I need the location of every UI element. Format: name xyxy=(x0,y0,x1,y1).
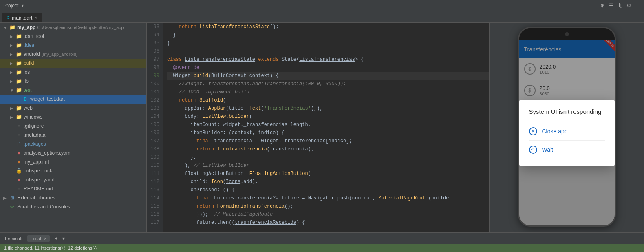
sidebar: ▼ 📁 my_app C:\Users\jheimison\Desktop\Fl… xyxy=(0,23,147,232)
sidebar-item-myapp-iml[interactable]: ■ my_app.iml xyxy=(0,157,146,166)
dialog-title: System UI isn't responding xyxy=(529,108,605,115)
phone-mockup: DEBUG Transferências $ 2020.0 1010 xyxy=(518,27,616,227)
item-label: windows xyxy=(24,114,42,120)
arrow-icon: ▶ xyxy=(10,106,15,111)
tab-main-dart[interactable]: D main.dart × xyxy=(2,13,42,22)
item-sublabel: [my_app_android] xyxy=(42,52,77,57)
terminal-label: Terminal: xyxy=(4,236,22,241)
project-dropdown-icon[interactable]: ▾ xyxy=(22,3,24,8)
editor-area: 93 94 95 96 97 98 99 100 101 102 103 104… xyxy=(147,23,489,232)
code-line-107: final transferencia = widget._transferen… xyxy=(167,137,489,145)
arrow-icon: ▼ xyxy=(10,88,15,93)
phone-screen: DEBUG Transferências $ 2020.0 1010 xyxy=(519,40,615,225)
top-bar-icons: ⊕ ☰ ⇅ ⚙ — xyxy=(600,2,641,9)
sidebar-item-lib[interactable]: ▶ 📁 lib xyxy=(0,77,146,86)
file-icon: ≡ xyxy=(15,132,22,138)
right-panel: DEBUG Transferências $ 2020.0 1010 xyxy=(489,23,644,232)
sidebar-item-windows[interactable]: ▶ 📁 windows xyxy=(0,113,146,122)
sidebar-item-dart-tool[interactable]: ▶ 📁 .dart_tool xyxy=(0,32,146,41)
code-line-100: //widget._transferencias.add(Transferenc… xyxy=(167,80,489,88)
status-text: 1 file changed, 11 insertions(+), 12 del… xyxy=(4,245,97,250)
minimize-icon[interactable]: — xyxy=(635,2,641,9)
folder-icon: 📁 xyxy=(15,42,22,49)
settings-icon[interactable]: ⚙ xyxy=(626,2,631,9)
item-label: ios xyxy=(24,69,30,75)
sidebar-item-idea[interactable]: ▶ 📁 .idea xyxy=(0,41,146,50)
item-label: Scratches and Consoles xyxy=(17,204,70,210)
phone-notch xyxy=(519,28,615,40)
dialog-wait-option[interactable]: ⏱ Wait xyxy=(529,141,605,158)
pkg-file-icon: P xyxy=(15,141,22,147)
code-line-101: // TODO: implement build xyxy=(167,88,489,96)
code-line-95: } xyxy=(167,39,489,47)
item-label: my_app.iml xyxy=(24,159,49,165)
sidebar-item-readme[interactable]: ≡ README.md xyxy=(0,184,146,193)
sidebar-item-my-app[interactable]: ▼ 📁 my_app C:\Users\jheimison\Desktop\Fl… xyxy=(0,23,146,32)
item-label: .metadata xyxy=(24,132,45,138)
lock-file-icon: 🔒 xyxy=(15,168,22,174)
local-tab[interactable]: Local × xyxy=(27,235,50,242)
item-label: pubspec.lock xyxy=(24,168,52,174)
item-sublabel: C:\Users\jheimison\Desktop\Flutter\my_ap… xyxy=(37,25,124,30)
code-line-103: appBar: AppBar(title: Text('Transferênci… xyxy=(167,104,489,113)
add-to-favorites-icon[interactable]: ⊕ xyxy=(600,2,605,9)
sidebar-item-pubspec-lock[interactable]: 🔒 pubspec.lock xyxy=(0,166,146,175)
item-label: my_app xyxy=(17,24,35,30)
code-line-106: itemBuilder: (context, indice) { xyxy=(167,129,489,137)
arrow-icon: ▶ xyxy=(10,43,15,48)
sort-icon[interactable]: ⇅ xyxy=(618,2,622,9)
sidebar-item-web[interactable]: ▶ 📁 web xyxy=(0,104,146,113)
arrow-icon: ▶ xyxy=(10,79,15,84)
main-layout: ▼ 📁 my_app C:\Users\jheimison\Desktop\Fl… xyxy=(0,23,644,232)
sidebar-item-build[interactable]: ▶ 📁 build xyxy=(0,59,146,68)
dialog-close-app-option[interactable]: ✕ Close app xyxy=(529,123,605,139)
yaml-file-icon: ■ xyxy=(15,150,22,156)
md-file-icon: ≡ xyxy=(15,186,22,192)
code-line-96 xyxy=(167,47,489,55)
arrow-icon: ▶ xyxy=(3,196,9,200)
phone-camera xyxy=(565,32,569,36)
status-bar: 1 file changed, 11 insertions(+), 12 del… xyxy=(0,244,644,252)
arrow-icon: ▶ xyxy=(10,70,15,75)
sidebar-item-ios[interactable]: ▶ 📁 ios xyxy=(0,68,146,77)
sidebar-item-packages[interactable]: P .packages xyxy=(0,139,146,148)
sidebar-item-pubspec-yaml[interactable]: ■ pubspec.yaml xyxy=(0,175,146,184)
close-app-icon: ✕ xyxy=(529,127,537,135)
code-line-98: @override xyxy=(167,64,489,72)
folder-icon: 📁 xyxy=(15,69,22,75)
code-line-105: itemCount: widget._transferencias.length… xyxy=(167,121,489,129)
bottom-bar: Terminal: Local × + ▾ xyxy=(0,232,644,244)
folder-icon: 📁 xyxy=(15,51,22,57)
code-line-115: return FormularioTransferencia(); xyxy=(167,202,489,210)
folder-icon: 📁 xyxy=(15,87,22,93)
folder-icon: 📁 xyxy=(15,105,22,111)
code-line-97: class ListaTransferenciasState extends S… xyxy=(167,55,489,64)
code-line-110: ), // ListView.builder xyxy=(167,161,489,170)
sidebar-item-android[interactable]: ▶ 📁 android [my_app_android] xyxy=(0,50,146,59)
sidebar-item-gitignore[interactable]: ≡ .gitignore xyxy=(0,122,146,130)
terminal-chevron-icon[interactable]: ▾ xyxy=(62,236,65,241)
iml-file-icon: ■ xyxy=(15,159,22,165)
dart-file-icon: D xyxy=(22,96,29,102)
add-terminal-icon[interactable]: + xyxy=(55,236,57,241)
sidebar-item-widget-test[interactable]: D widget_test.dart xyxy=(0,95,146,104)
tab-label: main.dart xyxy=(12,15,32,21)
sidebar-item-scratches[interactable]: ✏ Scratches and Consoles xyxy=(0,202,146,211)
code-line-109: }, xyxy=(167,153,489,161)
system-dialog-overlay: System UI isn't responding ✕ Close app ⏱… xyxy=(519,40,615,225)
yaml-file-icon: ■ xyxy=(15,177,22,183)
code-editor[interactable]: return ListaTransferenciasState(); } } c… xyxy=(163,23,489,232)
sidebar-item-test[interactable]: ▼ 📁 test xyxy=(0,86,146,95)
item-label: widget_test.dart xyxy=(30,96,65,102)
sidebar-item-analysis[interactable]: ■ analysis_options.yaml xyxy=(0,148,146,157)
tab-close-icon[interactable]: × xyxy=(35,15,37,20)
structure-icon[interactable]: ☰ xyxy=(609,2,614,9)
sidebar-item-external-libs[interactable]: ▶ ⊞ External Libraries xyxy=(0,193,146,202)
code-line-112: child: Icon(Icons.add), xyxy=(167,178,489,186)
local-tab-close-icon[interactable]: × xyxy=(44,236,46,241)
code-line-117: future.then((trasnferenciaRecebida) { xyxy=(167,219,489,227)
sidebar-item-metadata[interactable]: ≡ .metadata xyxy=(0,130,146,139)
arrow-icon: ▶ xyxy=(10,52,15,57)
dialog-divider xyxy=(529,140,605,141)
folder-icon: 📁 xyxy=(9,24,15,31)
